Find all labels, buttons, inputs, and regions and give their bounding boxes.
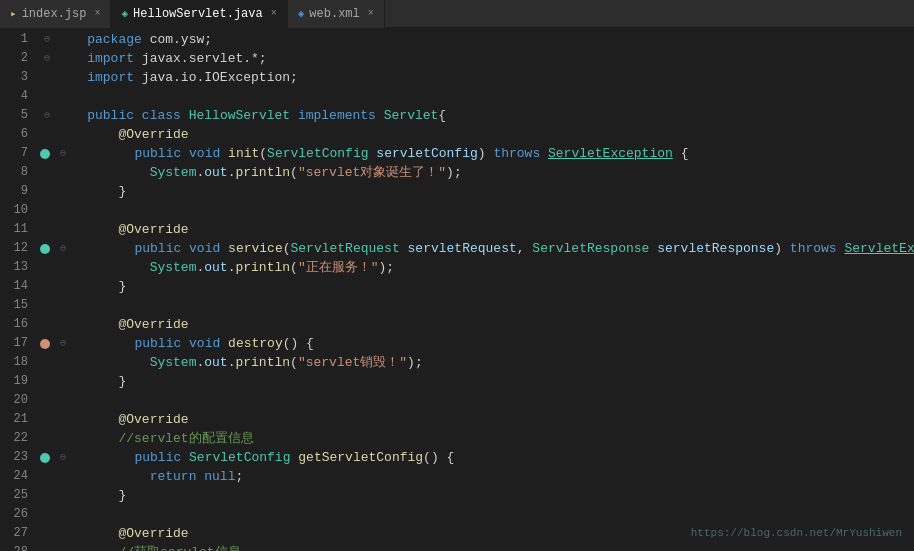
code-line-19: } — [36, 372, 914, 391]
code-line-1: ⊖ package com.ysw; — [36, 30, 914, 49]
code-line-24: return null ; — [36, 467, 914, 486]
code-line-17: ⊖ public void destroy () { — [36, 334, 914, 353]
fold-12[interactable]: ⊖ — [54, 239, 72, 258]
code-line-3: import java.io.IOException; — [36, 68, 914, 87]
fold-17[interactable]: ⊖ — [54, 334, 72, 353]
fold-1[interactable]: ⊖ — [38, 30, 56, 49]
run-button-17[interactable] — [38, 337, 52, 351]
code-line-14: } — [36, 277, 914, 296]
code-line-28: //获取servlet信息 — [36, 543, 914, 551]
code-line-16: @Override — [36, 315, 914, 334]
line-numbers: 1234 5678 9101112 13141516 17181920 2122… — [0, 28, 36, 551]
tab-bar: ▸ index.jsp × ◈ HellowServlet.java × ◈ w… — [0, 0, 914, 28]
tab-label-hellow: HellowServlet.java — [133, 7, 263, 21]
java-icon: ◈ — [121, 7, 128, 20]
code-line-13: System . out . println ( "正在服务！" ); — [36, 258, 914, 277]
fold-2[interactable]: ⊖ — [38, 49, 56, 68]
code-line-4 — [36, 87, 914, 106]
tab-web-xml[interactable]: ◈ web.xml × — [288, 0, 385, 28]
code-line-12: ⊖ public void service ( ServletRequest s… — [36, 239, 914, 258]
js-icon: ▸ — [10, 7, 17, 20]
run-button-12[interactable] — [38, 242, 52, 256]
tab-hellow-servlet[interactable]: ◈ HellowServlet.java × — [111, 0, 287, 28]
code-line-5: ⊖ public class HellowServlet implements … — [36, 106, 914, 125]
code-line-2: ⊖ import javax.servlet.*; — [36, 49, 914, 68]
tab-index-jsp[interactable]: ▸ index.jsp × — [0, 0, 111, 28]
fold-5[interactable]: ⊖ — [38, 106, 56, 125]
code-line-15 — [36, 296, 914, 315]
code-content: ⊖ package com.ysw; ⊖ import javax.servle… — [36, 28, 914, 551]
code-line-7: ⊖ public void init ( ServletConfig servl… — [36, 144, 914, 163]
code-line-21: @Override — [36, 410, 914, 429]
run-button-7[interactable] — [38, 147, 52, 161]
code-line-18: System . out . println ( "servlet销毁！" ); — [36, 353, 914, 372]
code-line-11: @Override — [36, 220, 914, 239]
watermark: https://blog.csdn.net/MrYushiwen — [691, 524, 902, 543]
code-line-26 — [36, 505, 914, 524]
tab-label-index: index.jsp — [22, 7, 87, 21]
code-line-20 — [36, 391, 914, 410]
code-line-6: @Override — [36, 125, 914, 144]
code-line-23: ⊖ public ServletConfig getServletConfig … — [36, 448, 914, 467]
code-line-25: } — [36, 486, 914, 505]
close-icon-2[interactable]: × — [368, 8, 374, 19]
fold-23[interactable]: ⊖ — [54, 448, 72, 467]
app-container: ▸ index.jsp × ◈ HellowServlet.java × ◈ w… — [0, 0, 914, 551]
xml-icon: ◈ — [298, 7, 305, 20]
code-line-9: } — [36, 182, 914, 201]
editor-area: 1234 5678 9101112 13141516 17181920 2122… — [0, 28, 914, 551]
code-line-10 — [36, 201, 914, 220]
close-icon-0[interactable]: × — [94, 8, 100, 19]
close-icon-1[interactable]: × — [271, 8, 277, 19]
fold-7[interactable]: ⊖ — [54, 144, 72, 163]
code-line-22: //servlet的配置信息 — [36, 429, 914, 448]
code-line-8: System . out . println ( "servlet对象诞生了！"… — [36, 163, 914, 182]
run-button-23[interactable] — [38, 451, 52, 465]
tab-label-web: web.xml — [309, 7, 359, 21]
